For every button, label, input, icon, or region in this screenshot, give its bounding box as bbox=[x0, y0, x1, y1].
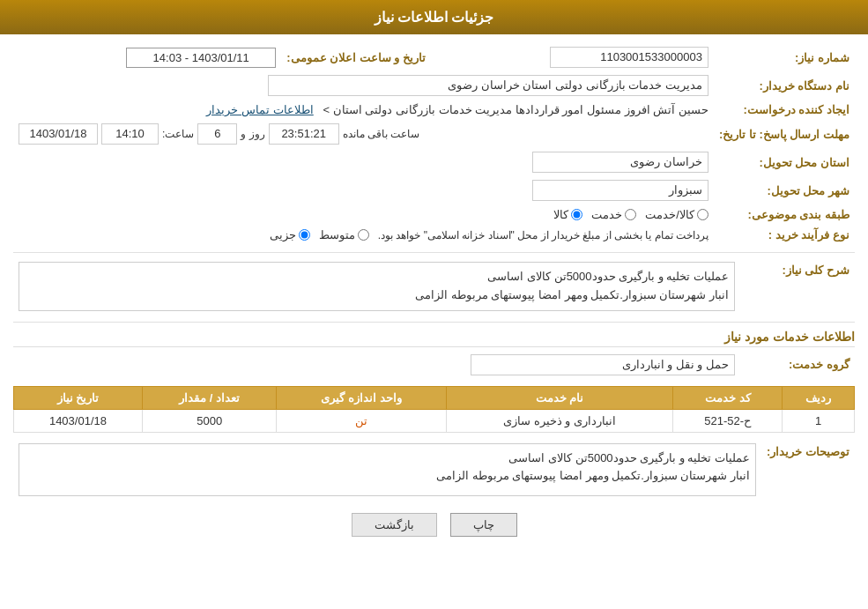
pub-date-value: 1403/01/11 - 14:03 bbox=[13, 43, 281, 71]
category-kala-khidmat-label: کالا/خدمت bbox=[645, 208, 694, 221]
city-value: سبزوار bbox=[13, 176, 714, 204]
purchase-type-note: پرداخت تمام یا بخشی از مبلغ خریدار از مح… bbox=[378, 229, 708, 241]
service-group-value: حمل و نقل و انبارداری bbox=[13, 351, 740, 379]
buyer-desc-line2: انبار شهرستان سبزوار.تکمیل ومهر امضا پیو… bbox=[25, 467, 750, 486]
deadline-days-label: روز و bbox=[241, 128, 264, 140]
col-service-code: کد خدمت bbox=[673, 386, 783, 409]
cell-date: 1403/01/18 bbox=[14, 409, 143, 432]
col-date: تاریخ نیاز bbox=[14, 386, 143, 409]
city-input: سبزوار bbox=[532, 180, 708, 201]
buyer-org-value: مدیریت خدمات بازرگانی دولتی استان خراسان… bbox=[13, 71, 714, 100]
requester-text: حسین آتش افروز مسئول امور قراردادها مدیر… bbox=[323, 103, 708, 116]
button-row: چاپ بازگشت bbox=[13, 513, 855, 537]
contact-link[interactable]: اطلاعات تماس خریدار bbox=[206, 103, 313, 116]
deadline-label: مهلت ارسال پاسخ: تا تاریخ: bbox=[714, 120, 855, 148]
category-kala-label: کالا bbox=[553, 208, 568, 221]
deadline-datetime-row: ساعت باقی مانده 23:51:21 روز و 6 ساعت: 1… bbox=[19, 123, 708, 145]
province-value: خراسان رضوی bbox=[13, 148, 714, 176]
deadline-date-input: 1403/01/18 bbox=[19, 123, 98, 145]
requester-label: ایجاد کننده درخواست: bbox=[714, 100, 855, 120]
row-category: طبقه بندی موضوعی: کالا/خدمت خدمت bbox=[13, 204, 855, 225]
deadline-days-input: 6 bbox=[197, 123, 237, 145]
cell-service-name: انبارداری و ذخیره سازی bbox=[446, 409, 672, 432]
category-radio-khidmat[interactable] bbox=[625, 209, 636, 220]
general-desc-line1: عملیات تخلیه و بارگیری حدود5000تن کالای … bbox=[25, 268, 729, 286]
category-radio-group: کالا/خدمت خدمت کالا bbox=[13, 204, 714, 225]
page-container: جزئیات اطلاعات نیاز شماره نیاز: 11030015… bbox=[0, 0, 868, 609]
deadline-value: ساعت باقی مانده 23:51:21 روز و 6 ساعت: 1… bbox=[13, 120, 714, 148]
services-table-head: ردیف کد خدمت نام خدمت واحد اندازه گیری ت… bbox=[14, 386, 855, 409]
purchase-type-options: پرداخت تمام یا بخشی از مبلغ خریدار از مح… bbox=[19, 228, 708, 241]
row-general-desc: شرح کلی نیاز: عملیات تخلیه و بارگیری حدو… bbox=[13, 258, 855, 315]
info-table: شماره نیاز: 1103001533000003 تاریخ و ساع… bbox=[13, 43, 855, 245]
print-button[interactable]: چاپ bbox=[450, 513, 517, 537]
purchase-type-radio-medium[interactable] bbox=[358, 229, 369, 241]
general-desc-value: عملیات تخلیه و بارگیری حدود5000تن کالای … bbox=[13, 258, 740, 315]
purchase-type-partial-label: جزیی bbox=[270, 228, 296, 241]
divider-2 bbox=[13, 322, 855, 323]
category-khidmat-label: خدمت bbox=[591, 208, 622, 221]
city-label: شهر محل تحویل: bbox=[714, 176, 855, 204]
buyer-desc-label: توصیحات خریدار: bbox=[761, 440, 855, 500]
buyer-desc-line1: عملیات تخلیه و بارگیری حدود5000تن کالای … bbox=[25, 449, 750, 468]
category-label: طبقه بندی موضوعی: bbox=[714, 204, 855, 225]
page-header: جزئیات اطلاعات نیاز bbox=[0, 0, 868, 34]
col-service-name: نام خدمت bbox=[446, 386, 672, 409]
province-label: استان محل تحویل: bbox=[714, 148, 855, 176]
row-buyer-desc: توصیحات خریدار: عملیات تخلیه و بارگیری ح… bbox=[13, 440, 855, 500]
row-buyer-org: نام دستگاه خریدار: مدیریت خدمات بازرگانی… bbox=[13, 71, 855, 100]
general-desc-table: شرح کلی نیاز: عملیات تخلیه و بارگیری حدو… bbox=[13, 258, 855, 315]
main-content: شماره نیاز: 1103001533000003 تاریخ و ساع… bbox=[0, 34, 868, 554]
category-kala-khidmat: کالا/خدمت bbox=[645, 208, 708, 221]
service-info-title: اطلاعات خدمات مورد نیاز bbox=[13, 330, 855, 347]
service-group-table: گروه خدمت: حمل و نقل و انبارداری bbox=[13, 351, 855, 379]
buyer-desc-value: عملیات تخلیه و بارگیری حدود5000تن کالای … bbox=[13, 440, 761, 500]
buyer-org-label: نام دستگاه خریدار: bbox=[714, 71, 855, 100]
divider-1 bbox=[13, 252, 855, 253]
general-desc-label: شرح کلی نیاز: bbox=[740, 258, 855, 315]
services-table: ردیف کد خدمت نام خدمت واحد اندازه گیری ت… bbox=[13, 386, 855, 433]
service-group-input: حمل و نقل و انبارداری bbox=[471, 354, 735, 375]
cell-service-code: ح-52-521 bbox=[673, 409, 783, 432]
buyer-org-input: مدیریت خدمات بازرگانی دولتی استان خراسان… bbox=[268, 75, 708, 96]
row-purchase-type: نوع فرآیند خرید : پرداخت تمام یا بخشی از… bbox=[13, 225, 855, 245]
province-input: خراسان رضوی bbox=[532, 152, 708, 173]
buyer-desc-table: توصیحات خریدار: عملیات تخلیه و بارگیری ح… bbox=[13, 440, 855, 500]
need-number-value: 1103001533000003 bbox=[431, 43, 714, 71]
services-table-body: 1 ح-52-521 انبارداری و ذخیره سازی تن 500… bbox=[14, 409, 855, 432]
services-table-header-row: ردیف کد خدمت نام خدمت واحد اندازه گیری ت… bbox=[14, 386, 855, 409]
need-number-input: 1103001533000003 bbox=[550, 47, 708, 68]
deadline-remaining-input: 23:51:21 bbox=[269, 123, 339, 145]
requester-value: حسین آتش افروز مسئول امور قراردادها مدیر… bbox=[13, 100, 714, 120]
col-row-num: ردیف bbox=[783, 386, 855, 409]
purchase-type-partial: جزیی bbox=[270, 228, 310, 241]
row-deadline: مهلت ارسال پاسخ: تا تاریخ: ساعت باقی مان… bbox=[13, 120, 855, 148]
deadline-time-input: 14:10 bbox=[101, 123, 159, 145]
category-khidmat: خدمت bbox=[591, 208, 636, 221]
purchase-type-radio-partial[interactable] bbox=[299, 229, 310, 241]
back-button[interactable]: بازگشت bbox=[352, 513, 437, 537]
purchase-type-medium: متوسط bbox=[319, 228, 369, 241]
category-radio-kala-khidmat[interactable] bbox=[697, 209, 708, 220]
pub-date-label: تاریخ و ساعت اعلان عمومی: bbox=[281, 43, 431, 71]
purchase-type-label: نوع فرآیند خرید : bbox=[714, 225, 855, 245]
general-desc-line2: انبار شهرستان سبزوار.تکمیل ومهر امضا پیو… bbox=[25, 286, 729, 305]
col-unit: واحد اندازه گیری bbox=[277, 386, 446, 409]
row-need-number: شماره نیاز: 1103001533000003 تاریخ و ساع… bbox=[13, 43, 855, 71]
category-radio-kala[interactable] bbox=[571, 209, 582, 220]
service-group-label: گروه خدمت: bbox=[740, 351, 855, 379]
deadline-time-label: ساعت: bbox=[162, 128, 194, 140]
cell-quantity: 5000 bbox=[142, 409, 277, 432]
page-title: جزئیات اطلاعات نیاز bbox=[375, 10, 494, 25]
category-kala: کالا bbox=[553, 208, 582, 221]
row-city: شهر محل تحویل: سبزوار bbox=[13, 176, 855, 204]
row-service-group: گروه خدمت: حمل و نقل و انبارداری bbox=[13, 351, 855, 379]
purchase-type-value: پرداخت تمام یا بخشی از مبلغ خریدار از مح… bbox=[13, 225, 714, 245]
col-quantity: تعداد / مقدار bbox=[142, 386, 277, 409]
table-row: 1 ح-52-521 انبارداری و ذخیره سازی تن 500… bbox=[14, 409, 855, 432]
pub-date-input: 1403/01/11 - 14:03 bbox=[126, 48, 276, 68]
row-requester: ایجاد کننده درخواست: حسین آتش افروز مسئو… bbox=[13, 100, 855, 120]
buyer-desc-box: عملیات تخلیه و بارگیری حدود5000تن کالای … bbox=[19, 443, 756, 496]
need-number-label: شماره نیاز: bbox=[714, 43, 855, 71]
general-desc-box: عملیات تخلیه و بارگیری حدود5000تن کالای … bbox=[19, 262, 735, 311]
